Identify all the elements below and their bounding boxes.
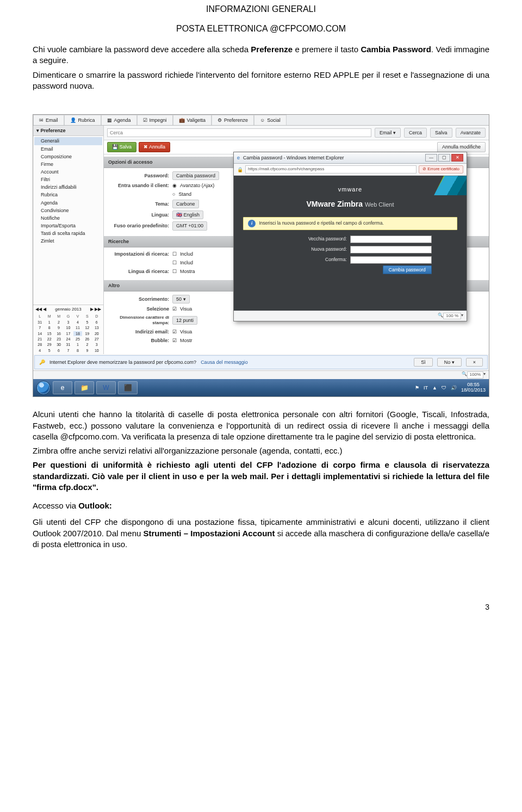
search-input[interactable] [107, 128, 371, 137]
print-size-select[interactable]: 12 punti [172, 316, 197, 325]
sidebar-item[interactable]: Agenda [34, 199, 102, 207]
cal-day[interactable]: 3 [64, 320, 72, 325]
cal-day[interactable]: 10 [64, 325, 72, 330]
checkbox-icon[interactable]: ☐ [172, 268, 177, 275]
cal-day[interactable]: 1 [73, 342, 82, 347]
search-button[interactable]: Cerca [404, 128, 427, 138]
cancel-button[interactable]: ✖ Annulla [139, 142, 170, 152]
yes-button[interactable]: Sì [414, 358, 433, 367]
tray-clock[interactable]: 08:55 18/01/2013 [461, 382, 486, 393]
tray-flag-icon[interactable]: ⚑ [415, 385, 419, 391]
sidebar-item[interactable]: Filtri [34, 176, 102, 183]
maximize-button[interactable]: ▢ [438, 154, 450, 162]
tray-volume-icon[interactable]: 🔊 [451, 385, 457, 391]
cal-day[interactable]: 3 [92, 342, 101, 347]
cal-day[interactable]: 2 [54, 320, 63, 325]
cal-day[interactable]: 22 [45, 337, 53, 342]
close-button[interactable]: ✕ [451, 154, 463, 162]
taskbar-item-word[interactable]: W [96, 381, 116, 394]
cal-day[interactable]: 7 [35, 325, 44, 330]
sidebar-item[interactable]: Importa/Esporta [34, 222, 102, 230]
msg-cause-link[interactable]: Causa del messaggio [201, 359, 248, 365]
checkbox-icon[interactable]: ☐ [172, 251, 177, 257]
checkbox-icon[interactable]: ☑ [172, 337, 177, 344]
checkbox-icon[interactable]: ☐ [172, 259, 177, 266]
new-password-input[interactable] [350, 246, 432, 253]
sidebar-item[interactable]: Zimlet [34, 237, 102, 245]
cal-day[interactable]: 9 [54, 325, 63, 330]
tab-rubrica[interactable]: 👤Rubrica [64, 115, 101, 125]
cal-day[interactable]: 8 [45, 325, 53, 330]
scroll-select[interactable]: 50 ▾ [172, 295, 190, 303]
sidebar-item[interactable]: Indirizzi affidabili [34, 183, 102, 191]
change-password-button[interactable]: Cambia password [172, 171, 219, 180]
sidebar-item[interactable]: Rubrica [34, 191, 102, 199]
taskbar-item-explorer[interactable]: 📁 [74, 381, 94, 394]
cal-day[interactable]: 26 [83, 337, 91, 342]
no-button[interactable]: No ▾ [437, 358, 462, 367]
sidebar-item[interactable]: Generali [34, 137, 102, 145]
cal-day[interactable]: 14 [35, 331, 44, 336]
zoom-indicator[interactable]: 100 % [443, 313, 461, 320]
cal-day[interactable]: 11 [73, 325, 82, 330]
cal-day[interactable]: 17 [64, 331, 72, 336]
cal-day[interactable]: 31 [35, 320, 44, 325]
cal-day[interactable]: 6 [54, 348, 63, 353]
cal-day[interactable]: 10 [92, 348, 101, 353]
cal-day[interactable]: 15 [45, 331, 53, 336]
taskbar-item-ie[interactable]: e [53, 381, 72, 394]
tab-valigetta[interactable]: 💼Valigetta [173, 115, 212, 125]
tray-shield-icon[interactable]: 🛡 [442, 385, 446, 391]
undo-changes-button[interactable]: Annulla modifiche [437, 142, 486, 152]
cal-day[interactable]: 12 [83, 325, 91, 330]
cal-day[interactable]: 6 [92, 320, 101, 325]
sidebar-item[interactable]: Composizione [34, 153, 102, 160]
minimize-button[interactable]: — [425, 154, 437, 162]
cal-day[interactable]: 18 [73, 331, 82, 336]
cal-prev[interactable]: ◀◀ ◀ [35, 307, 46, 313]
tz-select[interactable]: GMT +01:00 [172, 221, 207, 230]
cal-day[interactable]: 1 [45, 320, 53, 325]
submit-change-password-button[interactable]: Cambia password [383, 265, 432, 274]
old-password-input[interactable] [350, 235, 432, 243]
sidebar-item[interactable]: Email [34, 145, 102, 153]
sidebar-item[interactable]: Account [34, 168, 102, 176]
cal-day[interactable]: 16 [54, 331, 63, 336]
search-advanced-button[interactable]: Avanzate [456, 128, 486, 138]
url-input[interactable]: https://mail.cfpcomo.com/h/changepass [245, 165, 417, 173]
cal-day[interactable]: 23 [54, 337, 63, 342]
cal-day[interactable]: 27 [92, 337, 101, 342]
cal-day[interactable]: 31 [64, 342, 72, 347]
cal-day[interactable]: 20 [92, 331, 101, 336]
lang-select[interactable]: 🇬🇧 English [172, 210, 203, 219]
cal-day[interactable]: 5 [45, 348, 53, 353]
cal-day[interactable]: 19 [83, 331, 91, 336]
save-button[interactable]: 💾 Salva [107, 142, 136, 152]
cal-day[interactable]: 4 [73, 320, 82, 325]
tray-lang[interactable]: IT [424, 385, 428, 391]
tray-up-icon[interactable]: ▲ [432, 385, 437, 391]
cal-day[interactable]: 4 [35, 348, 44, 353]
tab-agenda[interactable]: ▦Agenda [101, 115, 137, 125]
certificate-error-badge[interactable]: ⊘ Errore certificato [419, 165, 463, 173]
start-button[interactable] [36, 381, 51, 395]
tab-social[interactable]: ☺Social [254, 115, 287, 125]
search-scope[interactable]: Email ▾ [375, 128, 401, 138]
taskbar-item-app[interactable]: ⬛ [118, 381, 138, 394]
cal-next[interactable]: ▶ ▶▶ [90, 307, 101, 313]
radio-icon[interactable]: ◉ [172, 182, 177, 189]
cal-day[interactable]: 29 [45, 342, 53, 347]
cal-day[interactable]: 25 [73, 337, 82, 342]
sidebar-item[interactable]: Tasti di scelta rapida [34, 230, 102, 237]
cal-day[interactable]: 13 [92, 325, 101, 330]
sidebar-item[interactable]: Firme [34, 160, 102, 168]
cal-day[interactable]: 5 [83, 320, 91, 325]
sidebar-item[interactable]: Condivisione [34, 207, 102, 214]
cal-day[interactable]: 21 [35, 337, 44, 342]
cal-day[interactable]: 24 [64, 337, 72, 342]
confirm-password-input[interactable] [350, 256, 432, 264]
sidebar-item[interactable]: Notifiche [34, 214, 102, 222]
theme-select[interactable]: Carbone [172, 200, 199, 208]
checkbox-icon[interactable]: ☑ [172, 306, 177, 312]
cal-day[interactable]: 30 [54, 342, 63, 347]
